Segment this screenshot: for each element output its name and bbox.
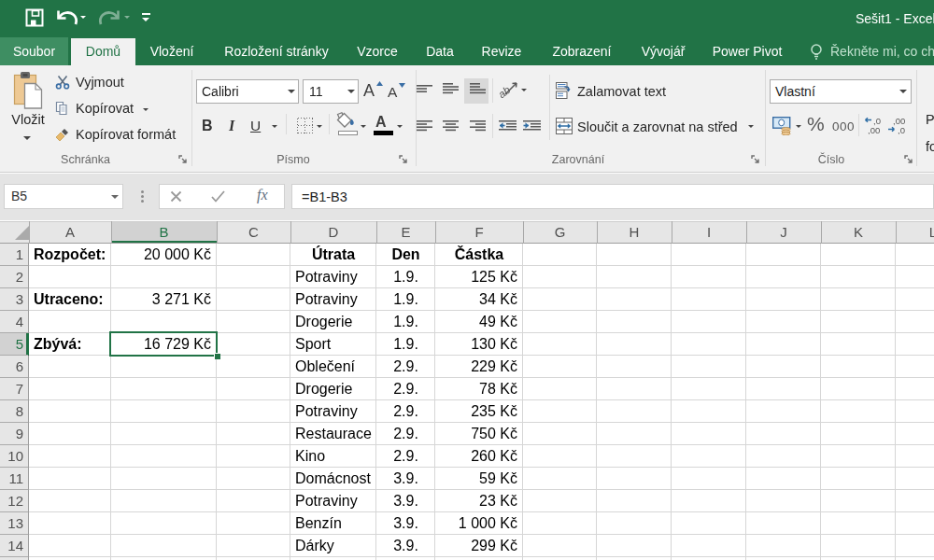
- svg-text:,0: ,0: [898, 125, 905, 135]
- svg-text:,00: ,00: [868, 125, 880, 135]
